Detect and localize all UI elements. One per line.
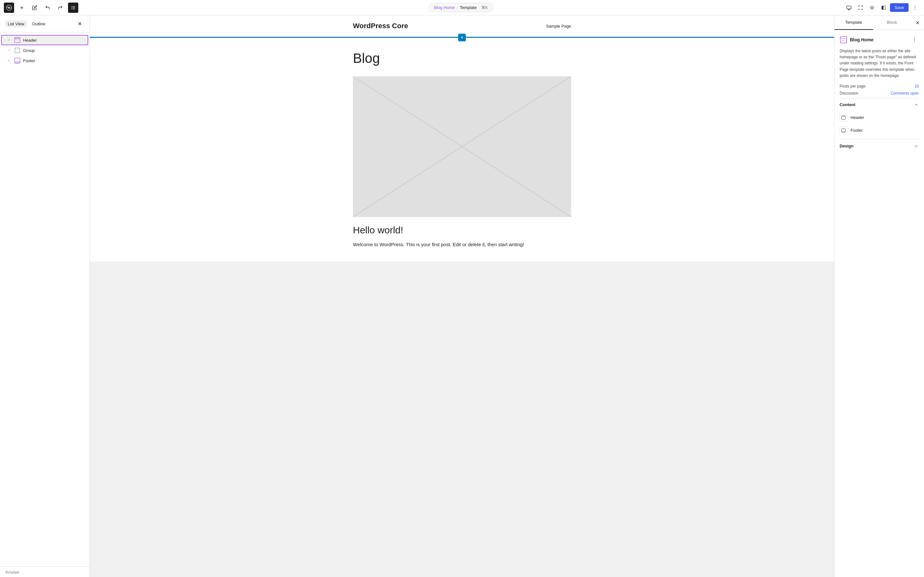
- panel-more-button[interactable]: [910, 35, 919, 44]
- content-section-header[interactable]: Content: [840, 98, 919, 111]
- tab-template[interactable]: Template: [835, 15, 873, 30]
- panel-description: Displays the latest posts as either the …: [840, 48, 919, 79]
- top-bar: W Blog Home: [0, 0, 924, 15]
- blog-title: Blog: [353, 51, 571, 66]
- redo-icon: [58, 5, 63, 10]
- svg-rect-47: [842, 116, 845, 117]
- posts-per-page-value[interactable]: 10: [915, 84, 919, 89]
- insert-handle-row: +: [90, 37, 834, 38]
- sidebar-item-footer[interactable]: Footer: [1, 55, 88, 66]
- fullscreen-icon: [858, 5, 863, 10]
- breadcrumb-shortcut: ⌘K: [481, 5, 488, 10]
- post-title: Hello world!: [353, 225, 571, 235]
- svg-rect-8: [71, 9, 72, 9]
- wp-logo[interactable]: W: [4, 3, 14, 13]
- top-bar-right: Save: [844, 3, 920, 13]
- content-items-list: Header Footer: [840, 111, 919, 137]
- view-modes-button[interactable]: [844, 3, 854, 13]
- breadcrumb-area: Blog Home · Template ⌘K: [81, 3, 841, 12]
- group-block-icon: [14, 47, 21, 53]
- theme-toggle-button[interactable]: [867, 3, 877, 13]
- pencil-icon: [32, 5, 37, 10]
- sidebar-icon: [881, 5, 886, 10]
- breadcrumb-separator: ·: [457, 5, 458, 10]
- list-view-toggle-button[interactable]: [68, 3, 78, 13]
- content-footer-label: Footer: [851, 128, 863, 133]
- fullscreen-button[interactable]: [855, 3, 866, 13]
- content-item-header: Header: [840, 111, 919, 124]
- featured-image-placeholder: [353, 76, 571, 217]
- svg-point-45: [914, 41, 915, 42]
- more-options-button[interactable]: [910, 3, 920, 13]
- svg-point-43: [914, 38, 915, 39]
- sidebar-bottom-label: Template: [5, 570, 19, 574]
- svg-rect-23: [884, 6, 885, 10]
- sidebar-item-group[interactable]: Group: [1, 45, 88, 55]
- right-panel-close-button[interactable]: [911, 16, 924, 29]
- breadcrumb-template-label: Template: [460, 5, 477, 10]
- sidebar-tab-list-view[interactable]: List View: [5, 20, 27, 27]
- design-section-header[interactable]: Design: [840, 139, 919, 153]
- sidebar-header: List View Outline: [0, 15, 89, 32]
- site-title: WordPress Core: [353, 22, 408, 30]
- svg-rect-33: [15, 61, 20, 63]
- content-footer-icon: [840, 127, 847, 134]
- chevron-right-icon: [7, 39, 11, 42]
- edit-button[interactable]: [29, 3, 40, 13]
- sidebar-tab-outline[interactable]: Outline: [29, 20, 48, 27]
- sidebar-items: Header Group: [0, 32, 89, 566]
- insert-block-button[interactable]: +: [458, 34, 466, 41]
- undo-icon: [45, 5, 50, 10]
- posts-per-page-label: Posts per page: [840, 84, 915, 89]
- nav-sample-page[interactable]: Sample Page: [546, 24, 571, 29]
- wordpress-icon: W: [6, 5, 12, 11]
- more-options-icon: [913, 5, 918, 10]
- close-icon: [78, 21, 82, 26]
- breadcrumb-pill[interactable]: Blog Home · Template ⌘K: [429, 3, 493, 12]
- svg-rect-49: [842, 131, 845, 132]
- post-excerpt: Welcome to WordPress. This is your first…: [353, 241, 571, 248]
- group-chevron: [6, 48, 11, 53]
- right-panel-body: Blog Home Displays the latest posts as e…: [835, 30, 924, 577]
- discussion-value[interactable]: Comments open: [891, 91, 919, 95]
- footer-block-icon: [14, 57, 21, 64]
- save-button[interactable]: Save: [890, 3, 909, 12]
- add-block-button[interactable]: [17, 3, 27, 13]
- placeholder-svg: [353, 76, 571, 217]
- content-footer-block-icon: [841, 128, 846, 133]
- redo-button[interactable]: [55, 3, 65, 13]
- settings-button[interactable]: [879, 3, 889, 13]
- theme-icon: [869, 5, 875, 10]
- footer-item-label: Footer: [23, 58, 35, 63]
- content-section-label: Content: [840, 102, 855, 107]
- content-header-icon: [840, 114, 847, 121]
- discussion-label: Discussion: [840, 91, 891, 95]
- svg-rect-22: [882, 6, 883, 10]
- svg-rect-30: [15, 37, 20, 40]
- chevron-right-icon-group: [7, 49, 11, 52]
- discussion-row: Discussion Comments open: [840, 91, 919, 95]
- right-panel: Template Block Blog Home: [834, 15, 924, 577]
- group-item-label: Group: [23, 48, 35, 53]
- sidebar-item-header[interactable]: Header: [1, 35, 88, 45]
- svg-line-16: [871, 6, 871, 6]
- blog-inner: Blog Hello world! Welcome to WordPress. …: [340, 38, 584, 261]
- header-chevron: [6, 37, 11, 43]
- footer-chevron: [6, 58, 11, 63]
- tab-block[interactable]: Block: [873, 15, 911, 30]
- content-header-label: Header: [851, 115, 864, 120]
- undo-button[interactable]: [42, 3, 53, 13]
- svg-rect-5: [73, 6, 75, 6]
- svg-rect-7: [73, 7, 75, 8]
- chevron-right-icon-footer: [7, 59, 11, 62]
- svg-point-44: [914, 39, 915, 40]
- panel-title-row: Blog Home: [840, 35, 919, 44]
- posts-per-page-row: Posts per page 10: [840, 84, 919, 89]
- svg-rect-9: [73, 9, 75, 9]
- design-chevron-down-icon: [914, 143, 919, 149]
- svg-text:W: W: [8, 6, 10, 9]
- panel-blog-home-title: Blog Home: [850, 37, 907, 42]
- svg-point-24: [915, 6, 915, 6]
- svg-rect-10: [847, 6, 851, 9]
- sidebar-close-button[interactable]: [75, 19, 84, 28]
